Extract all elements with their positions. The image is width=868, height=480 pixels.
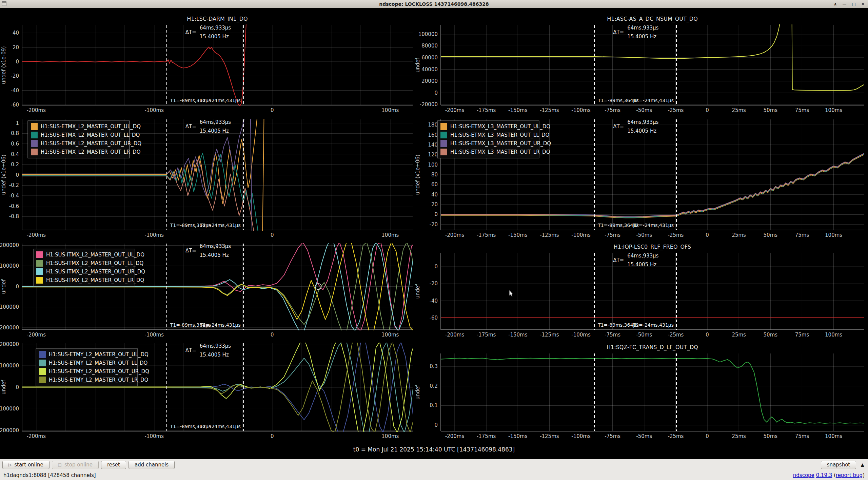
snapshot-button[interactable]: snapshot	[821, 461, 856, 469]
server-status: h1daqnds1:8088 [428458 channels]	[3, 472, 96, 478]
close-icon[interactable]: ✕	[861, 2, 865, 6]
x-tick-label: -200ms	[27, 332, 46, 338]
report-bug-link[interactable]: report bug	[836, 472, 863, 478]
y-tick-label: 20	[431, 201, 438, 208]
y-tick-label: 60000	[421, 55, 438, 61]
x-tick-label: 25ms	[732, 107, 746, 113]
dt-prefix: ΔT=	[185, 248, 196, 254]
x-tick-label: 0	[706, 433, 709, 439]
t2-label: T2=-24ms,431µs	[633, 98, 674, 103]
series-LR	[441, 154, 864, 217]
toolbar: ▷ start online □ stop online reset add c…	[0, 459, 868, 470]
y-tick-label: 0	[434, 211, 438, 217]
x-tick-label: 100ms	[825, 332, 842, 338]
maximize-icon[interactable]: □	[852, 2, 856, 6]
series-group	[441, 358, 864, 423]
legend-swatch	[39, 368, 46, 375]
start-online-button[interactable]: ▷ start online	[2, 461, 50, 469]
y-tick-label: -60	[430, 315, 438, 321]
y-tick-label: 0	[434, 264, 438, 270]
legend-label: H1:SUS-ETMX_L3_MASTER_OUT_LR_DQ	[450, 149, 550, 155]
y-tick-label: -200000	[0, 325, 19, 331]
plot-iop[interactable]: 0-20-40-60-200ms-175ms-150ms-125ms-100ms…	[414, 239, 868, 339]
expand-panel-icon[interactable]: ▲	[861, 462, 864, 467]
dt-prefix: ΔT=	[185, 29, 196, 35]
y-tick-label: -0.2	[9, 182, 19, 188]
dt-prefix: ΔT=	[185, 123, 196, 130]
statusbar: h1daqnds1:8088 [428458 channels] ndscope…	[0, 470, 868, 480]
plot-itmx_l2[interactable]: 2000001000000-100000-200000-200ms-100ms0…	[0, 239, 414, 339]
series-UR	[441, 153, 864, 216]
legend-label: H1:SUS-ETMX_L2_MASTER_OUT_LR_DQ	[41, 149, 140, 155]
y-tick-label: -40	[430, 298, 438, 304]
legend-swatch	[36, 268, 43, 275]
plot-darm[interactable]: 40200-20-40-60-200ms-100ms0100msundef (x…	[0, 8, 414, 114]
x-tick-label: 100ms	[381, 232, 399, 238]
y-tick-label: -200000	[0, 427, 19, 434]
y-tick-label: 160	[428, 132, 438, 138]
x-tick-label: 100ms	[381, 332, 399, 338]
y-tick-label: 40	[431, 192, 438, 198]
x-tick-label: 0	[271, 232, 274, 238]
version-link[interactable]: 0.19.3	[816, 472, 832, 478]
add-channels-button[interactable]: add channels	[129, 461, 175, 469]
plot-sqz[interactable]: 0.30.20.10-200ms-175ms-150ms-125ms-100ms…	[414, 339, 868, 440]
x-tick-label: -100ms	[571, 332, 591, 338]
t2-label: T2=-24ms,431µs	[633, 322, 674, 328]
t2-label: T2=-24ms,431µs	[199, 424, 240, 429]
dt-freq: 15.4005 Hz	[627, 262, 656, 268]
legend[interactable]: H1:SUS-ETMX_L3_MASTER_OUT_UL_DQH1:SUS-ET…	[437, 121, 551, 158]
x-tick-label: -75ms	[605, 232, 620, 238]
titlebar[interactable]: ndscope: LOCKLOSS 1437146098.486328 ∧ — …	[0, 0, 868, 8]
y-tick-label: -100000	[0, 406, 19, 412]
dt-prefix: ΔT=	[185, 347, 196, 353]
dt-freq: 15.4005 Hz	[627, 128, 656, 134]
x-tick-label: -100ms	[145, 332, 164, 338]
shade-icon[interactable]: ∧	[834, 2, 837, 6]
dt-freq: 15.4005 Hz	[200, 252, 229, 258]
reset-button[interactable]: reset	[101, 461, 126, 469]
legend-label: H1:SUS-ITMX_L2_MASTER_OUT_UR_DQ	[46, 269, 145, 275]
y-tick-label: 180	[428, 122, 438, 128]
plot-etmy_l2[interactable]: 2000001000000-100000-200000-200ms-100ms0…	[0, 339, 414, 440]
ndscope-link[interactable]: ndscope	[793, 472, 814, 478]
x-tick-label: -200ms	[27, 433, 46, 439]
plot-canvas-etmx_l3: 180160140120100806040200-20-200ms-175ms-…	[414, 114, 868, 239]
series-H1:ASC-AS_A_DC_NSUM_OUT_DQ	[441, 22, 780, 58]
plot-canvas-asc: 100000800006000040000200000-20000-200ms-…	[414, 8, 868, 114]
legend[interactable]: H1:SUS-ETMX_L2_MASTER_OUT_UL_DQH1:SUS-ET…	[28, 121, 141, 158]
y-tick-label: 0.1	[430, 402, 438, 408]
legend-swatch	[440, 132, 447, 138]
y-tick-label: 100	[428, 162, 438, 168]
series-group	[441, 22, 864, 90]
x-tick-label: 50ms	[764, 232, 778, 238]
y-tick-label: 100000	[0, 363, 19, 369]
x-tick-label: 100ms	[825, 107, 842, 113]
t1-label: T1=-89ms,364µs	[597, 223, 638, 228]
y-tick-label: 200000	[0, 242, 19, 248]
minimize-icon[interactable]: —	[843, 2, 847, 6]
legend[interactable]: H1:SUS-ITMX_L2_MASTER_OUT_UL_DQH1:SUS-IT…	[33, 249, 145, 286]
plot-etmx_l2[interactable]: 10.80.60.40.20-0.2-0.4-0.6-0.8-200ms-100…	[0, 114, 414, 239]
plot-canvas-iop: 0-20-40-60-200ms-175ms-150ms-125ms-100ms…	[414, 239, 868, 339]
plot-asc[interactable]: 100000800006000040000200000-20000-200ms-…	[414, 8, 868, 114]
x-tick-label: -50ms	[636, 332, 652, 338]
y-tick-label: 0.3	[430, 363, 438, 369]
plot-etmx_l3[interactable]: 180160140120100806040200-20-200ms-175ms-…	[414, 114, 868, 239]
legend-swatch	[31, 149, 38, 155]
x-tick-label: -50ms	[636, 107, 652, 113]
legend-swatch	[440, 123, 447, 130]
dt-value: 64ms,933µs	[627, 253, 658, 259]
x-tick-label: 50ms	[764, 332, 778, 338]
series-LR	[22, 158, 254, 232]
legend[interactable]: H1:SUS-ETMY_L2_MASTER_OUT_UL_DQH1:SUS-ET…	[36, 349, 149, 386]
y-axis-label: undef	[415, 58, 421, 73]
y-tick-label: 0	[434, 422, 438, 428]
y-tick-label: 0.6	[11, 141, 19, 147]
plot-canvas-etmy_l2: 2000001000000-100000-200000-200ms-100ms0…	[0, 339, 414, 440]
y-tick-label: -0.6	[9, 203, 19, 209]
y-tick-label: 0	[16, 284, 19, 290]
legend-label: H1:SUS-ETMX_L2_MASTER_OUT_LL_DQ	[41, 132, 140, 138]
legend-swatch	[36, 251, 43, 258]
dt-freq: 15.4005 Hz	[200, 34, 229, 40]
